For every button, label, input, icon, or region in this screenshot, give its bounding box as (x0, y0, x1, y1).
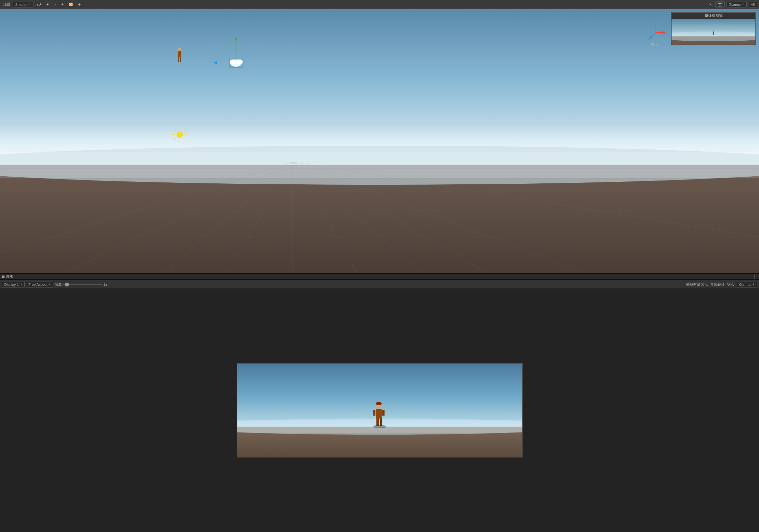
all-dropdown[interactable]: All (749, 2, 757, 8)
svg-marker-48 (649, 36, 653, 39)
scene-btn1[interactable]: 🔀 (67, 2, 75, 7)
svg-point-56 (712, 29, 714, 31)
svg-text:Z: Z (647, 39, 649, 42)
scene-label: 场景 (2, 2, 12, 7)
svg-point-34 (177, 131, 183, 138)
svg-point-68 (373, 425, 386, 428)
2d-button[interactable]: 2D (35, 2, 43, 7)
svg-rect-26 (180, 57, 181, 62)
aspect-chevron-icon: ▼ (49, 283, 51, 286)
aspect-dropdown[interactable]: Free Aspect ▼ (26, 282, 53, 287)
svg-rect-23 (178, 51, 181, 57)
game-tab-label: 游戏 (6, 274, 13, 279)
gizmos-game-chevron-icon: ▼ (752, 283, 755, 286)
shading-chevron-icon: ▼ (29, 3, 31, 6)
display-dropdown[interactable]: Display 1 ▼ (2, 282, 25, 287)
panel-menu-icon[interactable]: ⋮ (752, 274, 757, 279)
svg-rect-63 (376, 409, 381, 419)
game-view-toolbar: Display 1 ▼ Free Aspect ▼ 缩放 1x 播放时最大化 音… (0, 280, 759, 289)
svg-rect-55 (713, 31, 714, 35)
mute-btn[interactable]: 音频静音 (710, 282, 725, 287)
game-tab-icon: ⊞ (2, 275, 5, 278)
scale-slider[interactable] (63, 284, 102, 285)
axis-gizmo[interactable]: Y X Z Persp (645, 22, 665, 42)
scene-toolbar-right: ✕ 📷 Gizmos ▼ All (707, 1, 757, 8)
scene-panel: 场景 Shaded ▼ 2D ☀ ♪ ✦ 🔀 ⊕ ✕ 📷 Gizmos ▼ Al… (0, 0, 759, 273)
gizmos-chevron-icon: ▼ (742, 3, 744, 6)
camera-preview-view (671, 19, 755, 45)
svg-rect-3 (0, 152, 759, 178)
game-tab[interactable]: ⊞ 游戏 (2, 274, 13, 279)
svg-point-67 (376, 402, 381, 405)
play-max-btn[interactable]: 播放时最大化 (686, 282, 708, 287)
stats-btn[interactable]: 状态 (727, 282, 734, 287)
svg-rect-65 (381, 410, 384, 416)
persp-label[interactable]: Persp (645, 43, 665, 47)
camera-preview-title: 摄像机预览 (671, 13, 755, 19)
camera-preview: 摄像机预览 (671, 12, 756, 45)
scale-control: 缩放 1x (55, 282, 107, 287)
camera-icon-btn[interactable]: 📷 (715, 1, 725, 8)
shading-dropdown[interactable]: Shaded ▼ (13, 2, 33, 8)
svg-text:X: X (664, 31, 666, 34)
scene-toolbar: 场景 Shaded ▼ 2D ☀ ♪ ✦ 🔀 ⊕ ✕ 📷 Gizmos ▼ Al… (0, 0, 759, 9)
audio-button[interactable]: ♪ (52, 2, 58, 7)
light-button[interactable]: ☀ (44, 2, 51, 7)
gizmos-dropdown[interactable]: Gizmos ▼ (727, 2, 747, 8)
game-view[interactable] (0, 289, 759, 532)
effects-button[interactable]: ✦ (59, 2, 66, 7)
svg-rect-64 (373, 410, 376, 416)
svg-text:Y: Y (654, 22, 656, 25)
display-chevron-icon: ▼ (20, 283, 22, 286)
game-panel-tabbar: ⊞ 游戏 ⋮ (0, 273, 759, 280)
game-viewport (237, 363, 523, 458)
scale-label: 缩放 (55, 282, 62, 287)
scene-background (0, 9, 759, 273)
svg-rect-61 (377, 418, 379, 426)
svg-point-31 (229, 60, 236, 65)
svg-point-24 (178, 48, 181, 51)
scale-value: 1x (103, 283, 107, 286)
close-scene-button[interactable]: ✕ (707, 2, 713, 7)
game-right-buttons: 播放时最大化 音频静音 状态 Gizmos ▼ (686, 282, 757, 287)
scene-view[interactable]: Y X Z Persp 摄像机预览 (0, 9, 759, 273)
gizmos-game-dropdown[interactable]: Gizmos ▼ (737, 282, 757, 287)
scale-slider-thumb[interactable] (65, 283, 69, 286)
scene-btn2[interactable]: ⊕ (76, 2, 83, 7)
svg-point-32 (236, 59, 243, 64)
svg-rect-25 (178, 57, 180, 62)
